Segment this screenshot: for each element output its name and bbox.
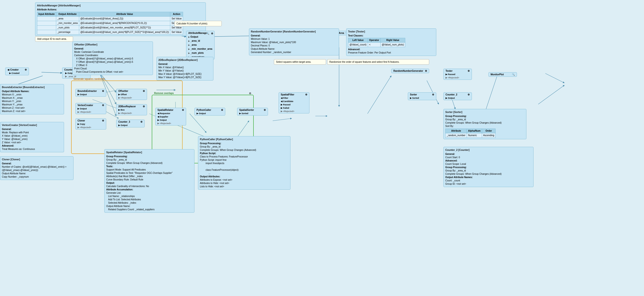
rng-gear-icon[interactable]: ⚙ <box>425 70 427 72</box>
mp-mini-title: MonitorPlot <box>490 73 504 76</box>
tester-preserve: Preserve Feature Order: Per Output Port <box>348 51 434 54</box>
attribute-manager-table: Input Attribute Output Attribute Attribu… <box>37 12 183 35</box>
pc-hide: Attributes to Hide: <not set> <box>200 182 288 185</box>
vc-z: Z Value: <not set> <box>2 141 62 144</box>
spatial-relator-mini[interactable]: SpatialRelator ⚙ ◀ Requestor ◀ Supplier … <box>155 108 186 126</box>
be-gear-icon[interactable]: ⚙ <box>102 90 104 92</box>
dbbox-miny: Min Y Value: @YValue() <box>158 69 212 72</box>
dbbox-mini[interactable]: 2DBoxReplacer ⚙ ▶ Box ▶ <Rejected> <box>116 104 147 115</box>
tester-mini[interactable]: Tester ⚙ ▶ Passed ▶ <Rejected> <box>444 69 472 80</box>
vc-general: General: <box>2 128 62 131</box>
sf-mini-title: SpatialFilter <box>281 93 294 96</box>
sorter-sort-by: Sort By: <box>445 125 524 128</box>
sr-attr-accum: Attribute Accumulation: <box>106 188 192 191</box>
rng-mini-title: RandomNumberGenerator <box>393 70 423 72</box>
attribute-manager-mini[interactable]: AttributeManager Output _area_id _area _… <box>186 31 214 59</box>
sr-complete: Complete Groups: When Group Changes (Adv… <box>106 161 192 165</box>
off-offset-port: ▶ Offset <box>118 93 127 96</box>
creator-title: Creator <box>10 68 19 71</box>
rng-info: RandomNumberGenerator [RandomNumberGener… <box>249 28 339 55</box>
svg-line-14 <box>273 118 292 121</box>
monitor-plot-mini[interactable]: MonitorPlot 🔍 <box>488 72 517 77</box>
sorter-table: Attribute Alpha/Num Order _random_number… <box>445 129 496 138</box>
pc-blank <box>200 165 288 168</box>
vc-gear-icon[interactable]: ⚙ <box>102 104 104 107</box>
counter2-mini[interactable]: Counter_2 ⚙ ▶ Output <box>444 92 472 100</box>
calculate-n-callout: Calculate N (number of plots). <box>174 21 222 26</box>
svg-line-0 <box>42 72 62 73</box>
sr-predicates: Spatial Predicates to Test: "Requestor O… <box>106 171 192 175</box>
sorter-group-by: Group By: _area_id <box>445 118 524 121</box>
sorter-mini[interactable]: Sorter ⚙ ▶ Sorted <box>408 92 436 100</box>
randomize-callout: Randomize the order of square features a… <box>327 59 429 65</box>
cloner-attr-name: Output Attribute Name: <box>2 172 72 175</box>
vertex-creator-mini[interactable]: VertexCreator ⚙ ▶ Output ▶ <Rejected> <box>76 103 106 114</box>
sr-attr-differ: Attribute(s) that Must Differ: _index <box>106 175 192 178</box>
attribute-manager-node: AttributeManager [AttributeManager] Attr… <box>35 2 206 36</box>
am-search-icon[interactable]: 🔍 <box>206 32 209 35</box>
tester-passed-port: ▶ Passed <box>446 73 455 76</box>
spatial-sorter-mini[interactable]: SpatialSorter ⚙ ▶ Sorted <box>237 108 268 116</box>
sr-output-attr: Output Attribute Name: <box>106 205 192 208</box>
bounds-ymax: Maximum Y: _ymax <box>2 103 62 106</box>
python-caller-mini[interactable]: PythonCaller ⚙ ▶ Output <box>194 108 225 116</box>
c2-group-id: Group ID: <not set> <box>445 182 532 186</box>
sorter-info-title: Sorter [Sorter] <box>445 110 524 114</box>
sf-rejected-port: ▶ <Rejected> <box>281 110 294 113</box>
c3-output-port: ▶ Output <box>118 124 128 127</box>
sr-generate-list: Generate List: <box>106 191 192 195</box>
rng-max: Maximum Value: @Value(_num_plots)*100 <box>251 41 337 44</box>
c2-output-attrs: Output Attribute Names: <box>445 176 532 179</box>
pc-expose: Attributes to Expose: <not set> <box>200 178 288 182</box>
off-gear-icon[interactable]: ⚙ <box>143 90 145 92</box>
am-area-id-port: _area_id <box>188 39 200 42</box>
bounds-extractor-mini[interactable]: BoundsExtractor ⚙ ▶ Output <box>76 89 106 97</box>
off-zoff: Z Offset: 0 <box>76 64 151 67</box>
dbbox-mini-title: 2DBoxReplacer <box>118 105 136 108</box>
vertex-creator-info: VertexCreator [VertexCreator] General: M… <box>0 122 64 152</box>
sorter-gear-icon[interactable]: ⚙ <box>432 93 434 96</box>
mp-search-icon[interactable]: 🔍 <box>512 73 515 76</box>
col-operator: Operator <box>368 38 380 42</box>
remove-overlaps-icon[interactable]: ⚙ <box>249 92 251 95</box>
rng-info-title: RandomNumberGenerator [RandomNumberGener… <box>251 30 337 33</box>
c3-gear-icon[interactable]: ⚙ <box>140 121 142 123</box>
off-mode: Mode: Cartesian Coordinate <box>74 50 151 54</box>
vertex-creator-title: VertexCreator [VertexCreator] <box>2 123 62 127</box>
cloner-gear-icon[interactable]: ⚙ <box>102 119 104 122</box>
ss-sorted-port: ▶ Sorted <box>239 112 248 115</box>
col-attribute: Attribute <box>446 129 467 133</box>
sf-gear-icon[interactable]: ⚙ <box>305 93 307 96</box>
sorter-info: Sorter [Sorter] Group Processing: Group … <box>444 109 526 139</box>
c2-gear-icon[interactable]: ⚙ <box>468 93 470 96</box>
creator-right-icon: ⚙ <box>25 68 27 71</box>
sr-tests: Tests: <box>106 165 192 168</box>
am-gear-icon[interactable]: ⚙ <box>211 32 213 35</box>
offsetter-info-title: Offsetter [Offsetter] <box>74 43 151 46</box>
svg-line-20 <box>486 73 498 109</box>
offsetter-mini[interactable]: Offsetter ⚙ ▶ Offset ▶ <Rejected> <box>116 89 147 100</box>
c2-count: Count: _count <box>445 179 532 182</box>
col-order: Order <box>482 129 496 133</box>
am-min-port: _min_monitor_area <box>188 48 212 50</box>
counter3-mini[interactable]: Counter_3 ⚙ ▶ Output <box>116 120 145 127</box>
creator-mini[interactable]: ◀ Creator ⚙ ▶ Created <box>5 67 29 75</box>
col-alpha-num: Alpha/Num <box>467 129 482 133</box>
dbbox-gear-icon[interactable]: ⚙ <box>143 105 145 108</box>
off-pointcloud: Point Cloud: <box>74 67 151 70</box>
tester-rejected-port: ▶ <Rejected> <box>446 76 459 79</box>
tester-gear-icon[interactable]: ⚙ <box>468 70 470 72</box>
col-input-attr: Input Attribute <box>37 12 56 16</box>
pc-gear-icon[interactable]: ⚙ <box>221 109 223 111</box>
ss-gear-icon[interactable]: ⚙ <box>264 109 266 111</box>
table-row: _percentage @Evaluate(@round(@Value(_num… <box>37 30 183 34</box>
pc-ellipsis: ... <box>208 172 288 175</box>
rng-mini[interactable]: RandomNumberGenerator ⚙ <box>391 69 429 73</box>
spatial-filter-mini[interactable]: SpatialFilter ⚙ ◀ Filter ◀ Candidate ▶ P… <box>278 92 310 113</box>
sr-gear-icon[interactable]: ⚙ <box>182 109 184 111</box>
tester-advanced: Advanced: <box>348 48 434 51</box>
cloner-mini[interactable]: Cloner ⚙ ▶ Copy ▶ <Rejected> <box>76 118 106 130</box>
pc-mini-title: PythonCaller <box>196 109 211 111</box>
dbbox-info-title: 2DBoxReplacer [2DBoxReplacer] <box>158 58 212 62</box>
c3-mini-title: Counter_3 <box>118 121 130 123</box>
